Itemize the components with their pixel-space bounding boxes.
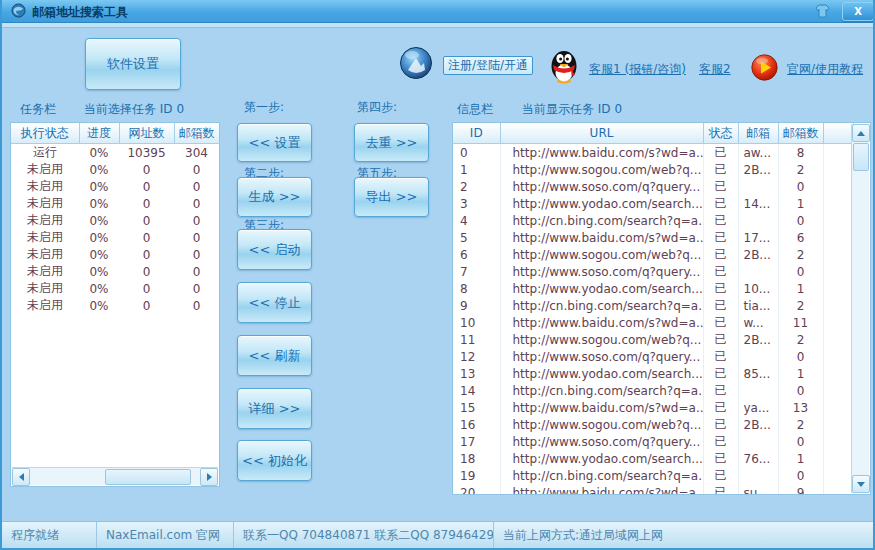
column-header[interactable]: 网址数 — [119, 123, 174, 144]
table-cell: 1 — [778, 280, 823, 297]
table-cell: 16 — [453, 416, 500, 433]
table-cell — [823, 144, 853, 162]
skin-shirt-icon[interactable] — [814, 3, 831, 19]
table-cell: http://www.sogou.com/web?q... — [500, 246, 703, 263]
column-header[interactable]: 状态 — [703, 123, 738, 144]
table-cell: 1 — [778, 450, 823, 467]
register-login-button[interactable]: 注册/登陆/开通 — [443, 56, 533, 75]
table-cell — [738, 212, 778, 229]
table-cell: 0% — [79, 246, 119, 263]
close-button[interactable]: X — [842, 2, 874, 21]
table-row[interactable]: 18http://www.yodao.com/search...已76...1 — [453, 450, 853, 467]
table-cell — [823, 467, 853, 484]
column-header[interactable]: ID — [453, 123, 500, 144]
table-cell — [823, 297, 853, 314]
scrollbar-thumb[interactable] — [105, 469, 191, 485]
service2-link[interactable]: 客服2 — [699, 61, 731, 78]
column-header[interactable]: 执行状态 — [11, 123, 79, 144]
export-button[interactable]: 导出 >> — [354, 177, 429, 217]
table-cell — [823, 212, 853, 229]
table-cell: 0 — [119, 263, 174, 280]
table-row[interactable]: 8http://www.yodao.com/search...已10...1 — [453, 280, 853, 297]
table-row[interactable]: 未启用0%00 — [11, 161, 219, 178]
stop-button[interactable]: << 停止 — [237, 282, 312, 323]
table-row[interactable]: 1http://www.sogou.com/web?q...已2B...2 — [453, 161, 853, 178]
table-row[interactable]: 15http://www.baidu.com/s?wd=a...已ya...13 — [453, 399, 853, 416]
table-row[interactable]: 9http://cn.bing.com/search?q=a...已tia...… — [453, 297, 853, 314]
table-row[interactable]: 16http://www.sogou.com/web?q...已2B...2 — [453, 416, 853, 433]
table-cell: 已 — [703, 314, 738, 331]
vertical-scrollbar[interactable] — [851, 124, 869, 493]
scroll-left-button[interactable] — [12, 468, 30, 486]
refresh-button[interactable]: << 刷新 — [237, 335, 312, 376]
status-bar: 程序就绪 NaxEmail.com 官网 联系一QQ 704840871 联系二… — [2, 521, 873, 548]
table-row[interactable]: 20http://www.baidu.com/s?wd=a...已su...9 — [453, 484, 853, 495]
column-header[interactable]: 邮箱数 — [778, 123, 823, 144]
table-row[interactable]: 17http://www.soso.com/q?query...已0 — [453, 433, 853, 450]
setup-button[interactable]: << 设置 — [237, 123, 312, 162]
table-row[interactable]: 未启用0%00 — [11, 263, 219, 280]
table-cell: 已 — [703, 144, 738, 162]
step4-label: 第四步: — [357, 99, 397, 116]
status-ready: 程序就绪 — [2, 522, 97, 548]
table-row[interactable]: 19http://cn.bing.com/search?q=a...已0 — [453, 467, 853, 484]
table-row[interactable]: 7http://www.soso.com/q?query...已0 — [453, 263, 853, 280]
red-play-icon — [751, 54, 778, 81]
table-cell: 0% — [79, 229, 119, 246]
table-cell: http://cn.bing.com/search?q=a... — [500, 382, 703, 399]
table-row[interactable]: 运行0%10395304 — [11, 144, 219, 162]
table-cell: http://www.yodao.com/search... — [500, 365, 703, 382]
start-button[interactable]: << 启动 — [237, 229, 312, 270]
table-row[interactable]: 未启用0%00 — [11, 212, 219, 229]
table-row[interactable]: 6http://www.sogou.com/web?q...已2B...2 — [453, 246, 853, 263]
table-cell: 4 — [453, 212, 500, 229]
table-cell: 0 — [119, 229, 174, 246]
table-row[interactable]: 13http://www.yodao.com/search...已85...1 — [453, 365, 853, 382]
scroll-down-button[interactable] — [852, 475, 870, 493]
scroll-right-button[interactable] — [200, 468, 218, 486]
table-row[interactable]: 未启用0%00 — [11, 195, 219, 212]
service1-link[interactable]: 客服1 (报错/咨询) — [589, 61, 686, 78]
table-cell: 0% — [79, 178, 119, 195]
generate-button[interactable]: 生成 >> — [237, 177, 312, 217]
table-row[interactable]: 10http://www.baidu.com/s?wd=a...已w...11 — [453, 314, 853, 331]
table-row[interactable]: 未启用0%00 — [11, 246, 219, 263]
table-row[interactable]: 11http://www.sogou.com/web?q...已2B...2 — [453, 331, 853, 348]
table-cell — [823, 450, 853, 467]
table-cell: 0 — [119, 212, 174, 229]
dedupe-button[interactable]: 去重 >> — [354, 123, 429, 162]
table-cell: 已 — [703, 229, 738, 246]
table-cell: 运行 — [11, 144, 79, 162]
initialize-button[interactable]: << 初始化 — [237, 440, 312, 481]
table-cell: 已 — [703, 263, 738, 280]
table-row[interactable]: 未启用0%00 — [11, 280, 219, 297]
table-cell: 未启用 — [11, 280, 79, 297]
table-row[interactable]: 未启用0%00 — [11, 178, 219, 195]
scroll-up-button[interactable] — [852, 124, 870, 142]
column-header[interactable]: 邮箱 — [738, 123, 778, 144]
column-header[interactable]: URL — [500, 123, 703, 144]
table-row[interactable]: 0http://www.baidu.com/s?wd=a...已aw...8 — [453, 144, 853, 162]
tutorial-link[interactable]: 官网/使用教程 — [787, 61, 863, 78]
table-cell: 已 — [703, 484, 738, 495]
table-cell: 0 — [778, 433, 823, 450]
settings-button[interactable]: 软件设置 — [85, 38, 181, 90]
detail-button[interactable]: 详细 >> — [237, 388, 312, 429]
horizontal-scrollbar[interactable] — [12, 467, 218, 485]
table-row[interactable]: 4http://cn.bing.com/search?q=a...已0 — [453, 212, 853, 229]
table-cell — [823, 178, 853, 195]
table-row[interactable]: 未启用0%00 — [11, 297, 219, 314]
table-row[interactable]: 未启用0%00 — [11, 229, 219, 246]
scrollbar-thumb[interactable] — [853, 143, 869, 171]
table-cell: 已 — [703, 280, 738, 297]
table-cell: http://www.yodao.com/search... — [500, 195, 703, 212]
table-row[interactable]: 5http://www.baidu.com/s?wd=a...已17...6 — [453, 229, 853, 246]
column-header[interactable]: 邮箱数 — [174, 123, 219, 144]
table-row[interactable]: 14http://cn.bing.com/search?q=a...已0 — [453, 382, 853, 399]
table-row[interactable]: 12http://www.soso.com/q?query...已0 — [453, 348, 853, 365]
column-header[interactable] — [823, 123, 853, 144]
table-cell: 已 — [703, 331, 738, 348]
column-header[interactable]: 进度 — [79, 123, 119, 144]
table-row[interactable]: 2http://www.soso.com/q?query...已0 — [453, 178, 853, 195]
table-row[interactable]: 3http://www.yodao.com/search...已14...1 — [453, 195, 853, 212]
